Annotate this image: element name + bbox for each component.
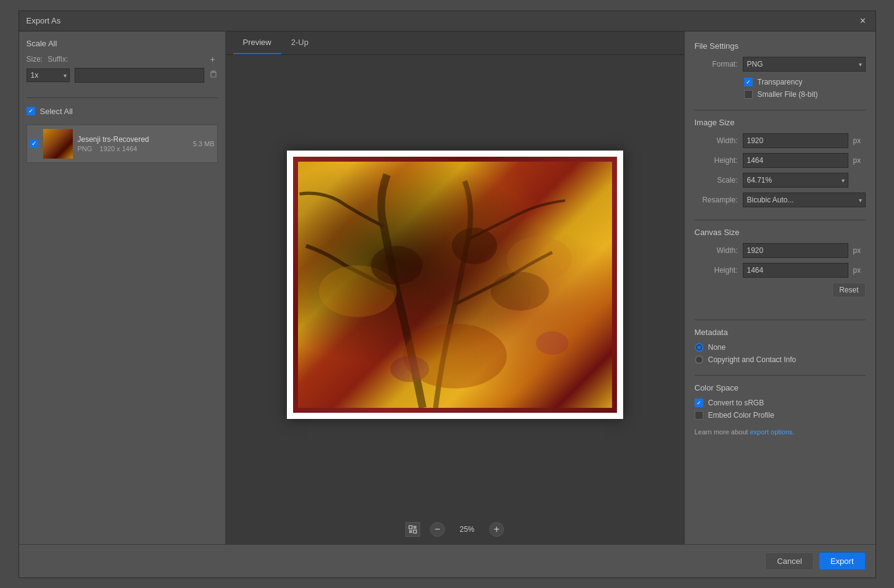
- close-button[interactable]: ×: [858, 16, 868, 26]
- painting-image: [298, 162, 612, 408]
- transparency-row: Transparency: [695, 78, 866, 86]
- embed-profile-checkbox[interactable]: [695, 411, 703, 420]
- right-panel: File Settings Format: PNG JPEG GIF SVG W…: [684, 31, 875, 544]
- metadata-copyright-radio[interactable]: [695, 355, 703, 364]
- svg-rect-14: [413, 526, 416, 529]
- metadata-none-label: None: [708, 343, 726, 352]
- transparency-checkbox[interactable]: [744, 78, 753, 86]
- file-thumbnail: [43, 129, 73, 159]
- svg-point-12: [536, 331, 568, 355]
- canvas-width-unit: px: [853, 246, 866, 255]
- image-height-unit: px: [853, 156, 866, 165]
- select-all-label: Select All: [40, 107, 73, 116]
- resample-select-wrapper: Bicubic Auto... Bicubic Bilinear Nearest…: [743, 193, 866, 207]
- export-as-dialog: Export As × Scale All Size: Suffix: + 1x…: [19, 10, 876, 578]
- svg-rect-15: [409, 530, 412, 533]
- size-label: Size:: [27, 55, 43, 64]
- dialog-title: Export As: [27, 16, 61, 25]
- preview-controls: − 25% +: [226, 515, 684, 544]
- metadata-copyright-label: Copyright and Contact Info: [708, 355, 797, 364]
- export-button[interactable]: Export: [819, 552, 866, 570]
- delete-scale-button[interactable]: [209, 70, 218, 80]
- size-input-row: 1x 2x 3x 0.5x: [27, 68, 218, 83]
- file-dimensions: 1920 x 1464: [100, 145, 138, 152]
- smaller-file-checkbox[interactable]: [744, 90, 753, 99]
- scale-select-wrapper: 64.71% 100% 50%: [743, 173, 848, 188]
- left-panel: Scale All Size: Suffix: + 1x 2x 3x 0.5x: [19, 31, 226, 544]
- convert-srgb-checkbox[interactable]: [695, 399, 703, 407]
- divider: [27, 97, 218, 98]
- image-width-input[interactable]: [743, 133, 848, 148]
- convert-srgb-label: Convert to sRGB: [708, 399, 764, 407]
- file-info: Jesenji trs-Recovered PNG 1920 x 1464: [78, 135, 188, 152]
- size-suffix-row: Size: Suffix: +: [27, 54, 218, 64]
- suffix-input[interactable]: [75, 68, 204, 83]
- resample-select[interactable]: Bicubic Auto... Bicubic Bilinear Nearest…: [743, 193, 866, 207]
- image-scale-row: Scale: 64.71% 100% 50%: [695, 173, 866, 188]
- svg-point-11: [390, 356, 429, 382]
- svg-point-9: [452, 228, 497, 264]
- format-select[interactable]: PNG JPEG GIF SVG WebP: [743, 57, 866, 72]
- section-divider-2: [695, 220, 866, 220]
- dialog-footer: Cancel Export: [19, 544, 875, 578]
- zoom-out-button[interactable]: −: [430, 522, 445, 537]
- tab-2up[interactable]: 2-Up: [281, 31, 318, 54]
- embed-profile-label: Embed Color Profile: [708, 411, 774, 420]
- zoom-level: 25%: [455, 525, 479, 534]
- learn-more-text: Learn more about: [695, 428, 748, 436]
- titlebar: Export As ×: [19, 11, 875, 31]
- image-width-label: Width:: [695, 136, 738, 145]
- section-divider-4: [695, 375, 866, 376]
- grid-icon-button[interactable]: [405, 522, 420, 537]
- svg-rect-0: [211, 72, 216, 77]
- format-row: Format: PNG JPEG GIF SVG WebP: [695, 57, 866, 72]
- dialog-body: Scale All Size: Suffix: + 1x 2x 3x 0.5x: [19, 31, 875, 544]
- export-options-link[interactable]: export options.: [750, 428, 794, 436]
- transparency-label: Transparency: [758, 78, 803, 86]
- select-all-row: Select All: [27, 103, 218, 120]
- embed-profile-row: Embed Color Profile: [695, 411, 866, 420]
- canvas-height-unit: px: [853, 266, 866, 275]
- image-height-row: Height: px: [695, 153, 866, 168]
- smaller-file-label: Smaller File (8-bit): [758, 90, 818, 99]
- image-height-label: Height:: [695, 156, 738, 165]
- add-scale-button[interactable]: +: [208, 54, 218, 64]
- canvas-width-row: Width: px: [695, 243, 866, 258]
- color-space-title: Color Space: [695, 383, 866, 392]
- scale-select[interactable]: 1x 2x 3x 0.5x: [27, 68, 70, 82]
- cancel-button[interactable]: Cancel: [765, 552, 813, 570]
- resample-row: Resample: Bicubic Auto... Bicubic Biline…: [695, 193, 866, 207]
- svg-rect-16: [413, 530, 416, 533]
- file-item[interactable]: Jesenji trs-Recovered PNG 1920 x 1464 5.…: [27, 125, 218, 163]
- learn-more-section: Learn more about export options.: [695, 428, 866, 436]
- file-meta: PNG 1920 x 1464: [78, 145, 188, 152]
- image-size-title: Image Size: [695, 118, 866, 127]
- canvas-reset-row: Reset: [695, 283, 866, 305]
- convert-srgb-row: Convert to sRGB: [695, 399, 866, 407]
- tab-preview[interactable]: Preview: [233, 31, 281, 54]
- section-divider-3: [695, 320, 866, 320]
- section-divider-1: [695, 110, 866, 110]
- canvas-height-input[interactable]: [743, 263, 848, 278]
- zoom-in-button[interactable]: +: [489, 522, 504, 537]
- file-checkbox[interactable]: [30, 139, 38, 148]
- scale-dropdown[interactable]: 64.71% 100% 50%: [743, 173, 848, 188]
- thumbnail-image: [43, 129, 73, 159]
- metadata-title: Metadata: [695, 328, 866, 337]
- reset-button[interactable]: Reset: [832, 283, 865, 297]
- svg-point-10: [490, 271, 549, 310]
- canvas-width-label: Width:: [695, 246, 738, 255]
- file-size: 5.3 MB: [193, 140, 215, 147]
- canvas-width-input[interactable]: [743, 243, 848, 258]
- image-height-input[interactable]: [743, 153, 848, 168]
- suffix-label: Suffix:: [48, 55, 202, 64]
- smaller-file-row: Smaller File (8-bit): [695, 90, 866, 99]
- file-format: PNG: [78, 145, 93, 152]
- metadata-none-radio[interactable]: [695, 343, 703, 352]
- canvas-size-section: Canvas Size Width: px Height: px Reset: [695, 228, 866, 312]
- metadata-copyright-row: Copyright and Contact Info: [695, 355, 866, 364]
- format-label: Format:: [695, 60, 738, 68]
- image-width-row: Width: px: [695, 133, 866, 148]
- scale-select-wrapper: 1x 2x 3x 0.5x: [27, 68, 70, 82]
- select-all-checkbox[interactable]: [27, 107, 35, 115]
